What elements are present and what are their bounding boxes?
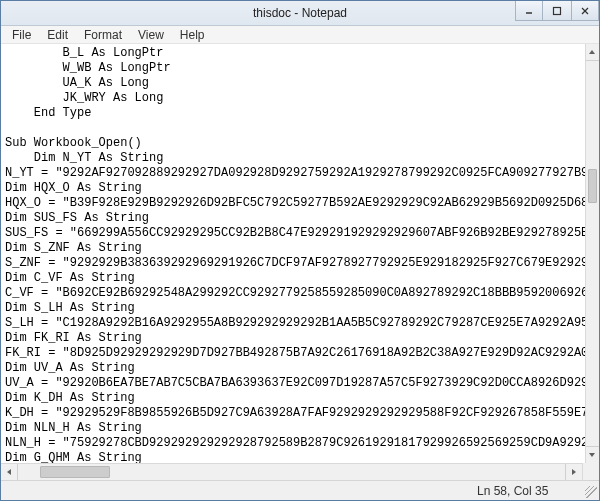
menu-view[interactable]: View	[131, 27, 171, 43]
menu-file[interactable]: File	[5, 27, 38, 43]
scroll-right-button[interactable]	[565, 464, 582, 480]
svg-marker-5	[589, 453, 595, 457]
horizontal-scrollbar[interactable]	[1, 463, 582, 480]
close-icon	[580, 6, 590, 16]
resize-grip-icon[interactable]	[585, 486, 597, 498]
vertical-scroll-thumb[interactable]	[588, 169, 597, 203]
svg-marker-7	[572, 469, 576, 475]
statusbar: Ln 58, Col 35	[1, 480, 599, 500]
horizontal-scroll-track[interactable]	[18, 464, 565, 480]
svg-marker-6	[7, 469, 11, 475]
minimize-button[interactable]	[515, 1, 543, 21]
titlebar: thisdoc - Notepad	[1, 1, 599, 26]
minimize-icon	[524, 6, 534, 16]
menu-help[interactable]: Help	[173, 27, 212, 43]
cursor-position: Ln 58, Col 35	[461, 484, 571, 498]
window-controls	[516, 1, 599, 21]
chevron-left-icon	[5, 468, 13, 476]
bottom-scroll-wrap	[1, 463, 599, 480]
vertical-scrollbar[interactable]	[585, 44, 599, 463]
vertical-scroll-track[interactable]	[586, 61, 599, 446]
notepad-window: thisdoc - Notepad File Edit Format View …	[0, 0, 600, 501]
client-area: B_L As LongPtr W_WB As LongPtr UA_K As L…	[1, 44, 599, 463]
scroll-up-button[interactable]	[586, 44, 599, 61]
scroll-down-button[interactable]	[586, 446, 599, 463]
svg-marker-4	[589, 50, 595, 54]
chevron-down-icon	[588, 451, 596, 459]
scroll-left-button[interactable]	[1, 464, 18, 480]
svg-rect-1	[554, 7, 561, 14]
menu-format[interactable]: Format	[77, 27, 129, 43]
menu-edit[interactable]: Edit	[40, 27, 75, 43]
chevron-up-icon	[588, 48, 596, 56]
menubar: File Edit Format View Help	[1, 26, 599, 44]
maximize-button[interactable]	[542, 1, 572, 21]
window-title: thisdoc - Notepad	[253, 6, 347, 20]
scroll-corner	[582, 463, 599, 480]
chevron-right-icon	[570, 468, 578, 476]
text-editor[interactable]: B_L As LongPtr W_WB As LongPtr UA_K As L…	[1, 44, 585, 463]
close-button[interactable]	[571, 1, 599, 21]
horizontal-scroll-thumb[interactable]	[40, 466, 110, 478]
maximize-icon	[552, 6, 562, 16]
